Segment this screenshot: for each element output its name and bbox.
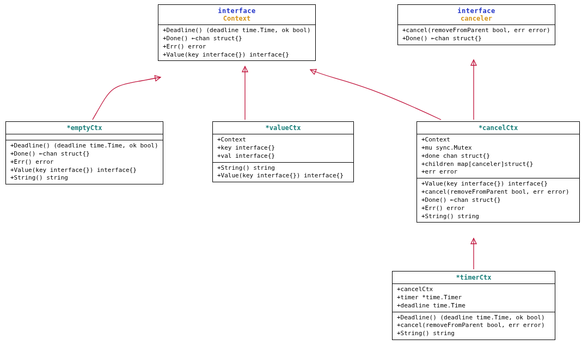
fields-section-empty: [6, 134, 163, 140]
fields-section: +Context +key interface{} +val interface…: [213, 134, 353, 163]
methods-section: +String() string +Value(key interface{})…: [213, 163, 353, 182]
title-row: *cancelCtx: [417, 122, 579, 134]
type-name: Context: [162, 15, 312, 22]
fields-section: +Context +mu sync.Mutex +done chan struc…: [417, 134, 579, 178]
methods-section: +Deadline() (deadline time.Time, ok bool…: [158, 25, 315, 60]
type-name: *emptyCtx: [9, 124, 160, 132]
stereotype-label: interface: [162, 7, 312, 15]
class-box-context: interface Context +Deadline() (deadline …: [158, 4, 316, 61]
methods-section: +Value(key interface{}) interface{} +can…: [417, 178, 579, 222]
class-box-valuectx: *valueCtx +Context +key interface{} +val…: [212, 121, 354, 182]
title-row: interface Context: [158, 5, 315, 25]
title-row: *timerCtx: [393, 272, 555, 284]
methods-section: +Deadline() (deadline time.Time, ok bool…: [393, 312, 555, 340]
stereotype-label: interface: [401, 7, 552, 15]
class-box-emptyctx: *emptyCtx +Deadline() (deadline time.Tim…: [5, 121, 163, 184]
title-row: *valueCtx: [213, 122, 353, 134]
class-box-canceler: interface canceler +cancel(removeFromPar…: [397, 4, 555, 45]
class-box-cancelctx: *cancelCtx +Context +mu sync.Mutex +done…: [416, 121, 580, 223]
methods-section: +Deadline() (deadline time.Time, ok bool…: [6, 140, 163, 184]
title-row: interface canceler: [398, 5, 555, 25]
type-name: *cancelCtx: [420, 124, 576, 132]
type-name: *timerCtx: [396, 274, 552, 281]
class-box-timerctx: *timerCtx +cancelCtx +timer *time.Timer …: [392, 271, 555, 340]
type-name: canceler: [401, 15, 552, 22]
title-row: *emptyCtx: [6, 122, 163, 134]
methods-section: +cancel(removeFromParent bool, err error…: [398, 25, 555, 45]
type-name: *valueCtx: [216, 124, 350, 132]
fields-section: +cancelCtx +timer *time.Timer +deadline …: [393, 284, 555, 312]
